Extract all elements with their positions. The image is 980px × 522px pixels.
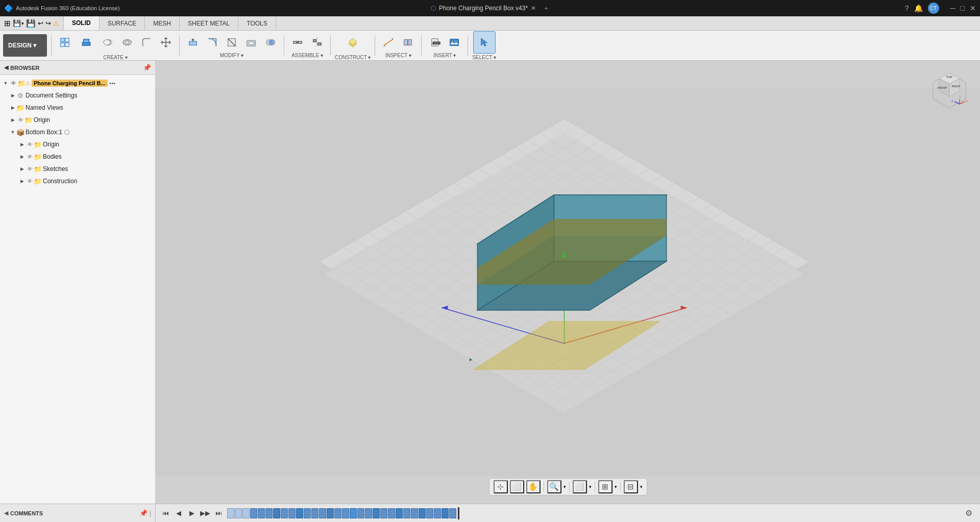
timeline-marker[interactable] xyxy=(319,508,326,518)
timeline-marker[interactable] xyxy=(250,508,257,518)
eye-root[interactable]: 👁 xyxy=(9,79,17,87)
chamfer-btn[interactable] xyxy=(223,33,241,52)
grid-btn[interactable]: ⊞ xyxy=(598,480,612,493)
move-btn[interactable] xyxy=(157,33,175,52)
timeline-marker[interactable] xyxy=(342,508,349,518)
browser-collapse-icon[interactable]: ◀ xyxy=(4,64,8,71)
new-tab-icon[interactable]: ＋ xyxy=(543,4,549,13)
eye-bb-origin[interactable]: 👁 xyxy=(26,140,34,148)
insert-image-btn[interactable] xyxy=(445,33,463,52)
chevron-named-views[interactable]: ▶ xyxy=(9,104,16,111)
grid-menu-icon[interactable]: ⊞ xyxy=(4,19,11,28)
eye-bb-construction[interactable]: 👁 xyxy=(26,177,34,185)
joint-btn[interactable] xyxy=(288,33,307,52)
create-label[interactable]: CREATE ▾ xyxy=(103,55,128,60)
timeline-play-btn[interactable]: ▶ xyxy=(186,508,198,519)
close-button[interactable]: ✕ xyxy=(970,4,976,12)
timeline-marker[interactable] xyxy=(265,508,273,518)
notification-icon[interactable]: 🔔 xyxy=(914,4,923,12)
new-component-btn[interactable] xyxy=(56,33,74,52)
timeline-marker[interactable] xyxy=(403,508,410,518)
timeline-to-end-btn[interactable]: ⏭ xyxy=(213,508,224,519)
tab-surface[interactable]: SURFACE xyxy=(100,16,145,30)
select-label[interactable]: SELECT ▾ xyxy=(472,55,496,60)
timeline-marker[interactable] xyxy=(327,508,334,518)
timeline-marker[interactable] xyxy=(365,508,372,518)
modify-label[interactable]: MODIFY ▾ xyxy=(220,53,243,58)
timeline-marker[interactable] xyxy=(396,508,403,518)
timeline-marker[interactable] xyxy=(411,508,418,518)
insert-label[interactable]: INSERT ▾ xyxy=(433,53,456,58)
chevron-root[interactable]: ▼ xyxy=(2,80,9,87)
timeline-marker[interactable] xyxy=(442,508,449,518)
timeline-marker[interactable] xyxy=(334,508,341,518)
timeline-marker[interactable] xyxy=(434,508,441,518)
measure-btn[interactable] xyxy=(379,33,398,52)
tree-item-bb-construction[interactable]: ▶ 👁 📁 Construction xyxy=(0,175,155,187)
viewport-settings-btn[interactable]: ⚙ xyxy=(962,506,976,520)
revolve-btn[interactable] xyxy=(99,33,117,52)
profile-avatar[interactable]: CT xyxy=(928,3,939,14)
align-btn[interactable] xyxy=(308,33,326,52)
chevron-bb-construction[interactable]: ▶ xyxy=(18,178,26,185)
chevron-bb-sketches[interactable]: ▶ xyxy=(18,165,26,172)
zoom-btn[interactable]: 🔍 xyxy=(547,480,561,493)
comments-pin-icon[interactable]: 📌 xyxy=(139,509,148,517)
timeline-marker[interactable] xyxy=(304,508,311,518)
timeline-marker[interactable] xyxy=(426,508,433,518)
extrude-btn[interactable] xyxy=(75,31,97,54)
comments-collapse-icon[interactable]: ◀ xyxy=(4,510,8,516)
timeline-step-back-btn[interactable]: ◀ xyxy=(173,508,184,519)
chevron-bb-bodies[interactable]: ▶ xyxy=(18,153,26,160)
hole-btn[interactable] xyxy=(118,33,136,52)
construct-label[interactable]: CONSTRUCT ▾ xyxy=(335,55,371,60)
timeline-to-start-btn[interactable]: ⏮ xyxy=(160,508,171,519)
tree-item-root[interactable]: ▼ 👁 📁 ⚠ Phone Charging Pencil B... ••• xyxy=(0,77,155,89)
timeline-step-forward-btn[interactable]: ▶▶ xyxy=(200,508,211,519)
insert-svg-btn[interactable]: SVG xyxy=(426,33,444,52)
grid-arrow[interactable]: ▾ xyxy=(615,484,617,489)
tree-item-bottom-box[interactable]: ▼ 📦 Bottom Box:1 xyxy=(0,126,155,138)
tab-sheet-metal[interactable]: SHEET METAL xyxy=(180,16,238,30)
tab-solid[interactable]: SOLID xyxy=(64,16,100,30)
timeline-playhead[interactable] xyxy=(458,507,459,519)
chevron-doc-settings[interactable]: ▶ xyxy=(9,92,16,99)
timeline-marker[interactable] xyxy=(242,508,250,518)
timeline-marker[interactable] xyxy=(449,508,456,518)
eye-bb-sketches[interactable]: 👁 xyxy=(26,165,34,173)
tab-mesh[interactable]: MESH xyxy=(145,16,180,30)
chevron-bb-origin[interactable]: ▶ xyxy=(18,141,26,148)
display-mode-btn[interactable]: ⊟ xyxy=(624,480,638,493)
help-icon[interactable]: ? xyxy=(905,4,909,12)
tree-item-named-views[interactable]: ▶ 📁 Named Views xyxy=(0,102,155,114)
tree-item-bb-origin[interactable]: ▶ 👁 📁 Origin xyxy=(0,138,155,151)
combine-btn[interactable] xyxy=(261,33,280,52)
chevron-bottom-box[interactable]: ▼ xyxy=(9,129,16,136)
section-analysis-btn[interactable] xyxy=(399,33,417,52)
offset-plane-btn[interactable] xyxy=(341,31,364,54)
zoom-arrow[interactable]: ▾ xyxy=(564,484,566,489)
timeline-marker[interactable] xyxy=(388,508,395,518)
timeline-marker[interactable] xyxy=(227,508,234,518)
press-pull-btn[interactable] xyxy=(184,33,202,52)
minimize-button[interactable]: ─ xyxy=(950,4,955,12)
timeline-marker[interactable] xyxy=(311,508,318,518)
timeline-marker[interactable] xyxy=(258,508,265,518)
undo-icon[interactable]: ↩ xyxy=(38,19,43,27)
timeline-marker[interactable] xyxy=(288,508,296,518)
tree-item-bb-sketches[interactable]: ▶ 👁 📁 Sketches xyxy=(0,163,155,175)
design-button[interactable]: DESIGN ▾ xyxy=(3,34,47,57)
assemble-label[interactable]: ASSEMBLE ▾ xyxy=(291,53,323,58)
tree-item-bb-bodies[interactable]: ▶ 👁 📁 Bodies xyxy=(0,151,155,163)
viewport[interactable]: TOP FRONT RIGHT X Y Z ⊹ ⬜ ✋ 🔍 ▾ xyxy=(156,61,980,504)
eye-origin[interactable]: 👁 xyxy=(16,116,24,124)
tree-item-doc-settings[interactable]: ▶ ⚙ Document Settings xyxy=(0,89,155,102)
timeline-marker[interactable] xyxy=(296,508,303,518)
timeline-marker[interactable] xyxy=(281,508,288,518)
display-settings-btn[interactable]: ⬜ xyxy=(510,480,524,493)
inspect-label[interactable]: INSPECT ▾ xyxy=(385,53,411,58)
display-arrow[interactable]: ▾ xyxy=(640,484,643,489)
timeline-marker[interactable] xyxy=(373,508,380,518)
eye-bb-bodies[interactable]: 👁 xyxy=(26,153,34,161)
maximize-button[interactable]: □ xyxy=(961,4,965,12)
